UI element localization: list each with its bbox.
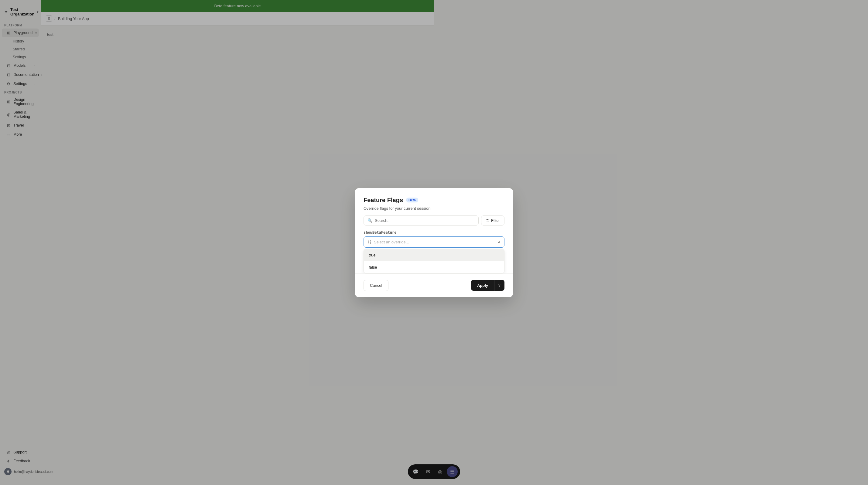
search-input[interactable]: [375, 218, 434, 223]
modal-title: Feature Flags: [364, 197, 403, 204]
modal-overlay[interactable]: Feature Flags Beta Override flags for yo…: [0, 0, 434, 243]
feature-flags-modal: Feature Flags Beta Override flags for yo…: [355, 188, 434, 243]
flag-name: showBetaFeature: [364, 230, 434, 235]
modal-header: Feature Flags Beta: [355, 188, 434, 204]
modal-search-row: 🔍 ⚗ Filter: [355, 216, 434, 230]
search-box[interactable]: 🔍: [364, 216, 434, 226]
link-icon: ⛓: [368, 240, 371, 243]
modal-subtitle: Override flags for your current session: [355, 204, 434, 216]
modal-body: showBetaFeature ⛓ Select an override... …: [355, 230, 434, 243]
override-placeholder: Select an override...: [374, 240, 434, 243]
beta-badge: Beta: [406, 198, 418, 202]
search-icon: 🔍: [368, 218, 372, 223]
override-select[interactable]: ⛓ Select an override... ∧: [364, 236, 434, 243]
